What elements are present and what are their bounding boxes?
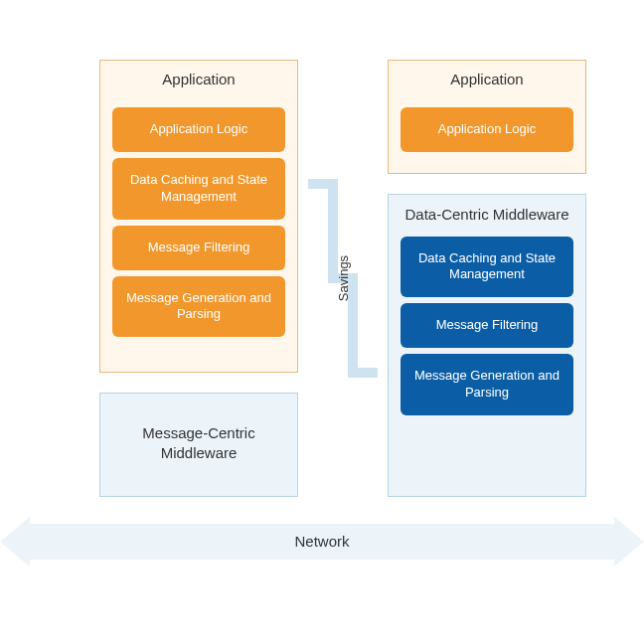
network-label: Network [30,524,614,560]
savings-bracket: Savings [308,179,378,378]
left-app-box-filter: Message Filtering [112,226,285,270]
bracket-segment [348,368,378,378]
right-middleware-panel: Data-Centric Middleware Data Caching and… [388,194,586,497]
network-arrow: Network [0,517,644,566]
arrow-left-icon [0,517,30,566]
right-app-box-logic: Application Logic [401,107,573,152]
left-middleware-title: Message-Centric Middleware [100,394,297,492]
left-application-title: Application [100,61,297,101]
right-application-panel: Application Application Logic [388,60,586,174]
right-mw-box-caching: Data Caching and State Management [401,237,573,298]
right-mw-box-filter: Message Filtering [401,303,573,348]
left-app-box-logic: Application Logic [112,107,285,152]
right-application-title: Application [389,61,585,101]
right-middleware-title: Data-Centric Middleware [389,195,585,231]
left-app-box-msggen: Message Generation and Parsing [112,276,285,338]
left-application-panel: Application Application Logic Data Cachi… [99,60,298,373]
right-mw-box-msggen: Message Generation and Parsing [401,354,573,415]
savings-label: Savings [336,255,351,301]
left-app-box-caching: Data Caching and State Management [112,158,285,220]
left-middleware-panel: Message-Centric Middleware [99,393,298,497]
arrow-right-icon [614,517,644,566]
